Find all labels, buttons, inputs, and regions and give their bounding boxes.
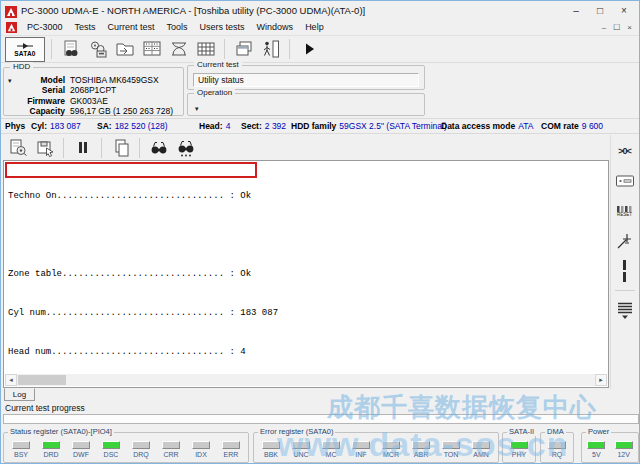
save-report-icon[interactable]: [32, 136, 57, 160]
folder-open-icon[interactable]: [112, 37, 137, 61]
led-err: ERR: [218, 441, 244, 458]
hdd-family-item: HDD family59GSX 2.5" (SATA Terminal): [291, 121, 447, 131]
pause-button[interactable]: [70, 136, 95, 160]
open-utility-icon[interactable]: [58, 37, 83, 61]
led-abr: ABR: [408, 441, 434, 458]
toolbar-separator: [224, 39, 225, 59]
toolbar-separator: [289, 39, 290, 59]
led-12v: 12V: [611, 441, 637, 458]
power-5v-indicator: [587, 441, 605, 449]
data-grid-icon[interactable]: [193, 37, 218, 61]
scrollbar-thumb[interactable]: [18, 375, 66, 385]
led-bsy: BSY: [8, 441, 34, 458]
hdd-dropdown-arrow[interactable]: ▾: [8, 77, 12, 84]
right-toolbar-rail: >0< RESET: [610, 135, 638, 389]
drive-status-icon[interactable]: [613, 170, 637, 192]
inf-indicator: [352, 441, 370, 449]
sata2-label: SATA-II: [507, 427, 536, 436]
log-output-area[interactable]: Techno On...............................…: [3, 160, 609, 388]
play-icon[interactable]: [296, 37, 321, 61]
serial-label: Serial: [18, 85, 70, 95]
led-unc: UNC: [288, 441, 314, 458]
log-line: Techno On...............................…: [8, 190, 606, 203]
led-amn: AMN: [468, 441, 494, 458]
sector-view-icon[interactable]: [139, 37, 164, 61]
log-lines: Techno On...............................…: [8, 164, 606, 373]
toolbar-separator: [139, 138, 140, 158]
menu-users-tests[interactable]: Users tests: [194, 20, 251, 34]
mdi-minimize-button[interactable]: –: [602, 23, 606, 32]
toolbar-separator: [63, 138, 64, 158]
firmware-label: Firmware: [18, 96, 70, 106]
menu-help[interactable]: Help: [299, 20, 330, 34]
hdd-serial-row: Serial2068P1CPT: [18, 85, 181, 95]
firmware-value: GK003AE: [70, 96, 108, 106]
toolbar-separator: [51, 39, 52, 59]
led-5v: 5V: [583, 441, 609, 458]
log-list-icon[interactable]: [613, 299, 637, 321]
reset-icon[interactable]: RESET: [613, 200, 637, 222]
minimize-button[interactable]: –: [565, 3, 587, 18]
menu-tools[interactable]: Tools: [161, 20, 194, 34]
rail-pause-icon[interactable]: [613, 260, 637, 282]
progress-label: Current test progress: [5, 403, 85, 413]
log-line: [8, 229, 606, 242]
copy-window-icon[interactable]: [231, 37, 256, 61]
hdd-capacity-row: Capacity596,17 GB (1 250 263 728): [18, 106, 181, 116]
rail-separator: [615, 290, 635, 291]
unc-indicator: [292, 441, 310, 449]
abr-indicator: [412, 441, 430, 449]
model-value: TOSHIBA MK6459GSX: [70, 75, 159, 85]
menu-pc3000[interactable]: PC-3000: [21, 20, 69, 34]
model-label: Model: [18, 75, 70, 85]
title-bar: PC-3000 UDMA-E - NORTH AMERICA - [Toshib…: [1, 1, 639, 19]
head-item: Head:4: [199, 121, 230, 131]
menu-windows[interactable]: Windows: [251, 20, 300, 34]
defect-merge-icon[interactable]: [166, 37, 191, 61]
dma-group: DMA RQ: [540, 432, 574, 463]
close-button[interactable]: ×: [613, 3, 635, 18]
hdd-group-label: HDD: [10, 62, 33, 71]
power-group: Power 5V 12V: [581, 432, 639, 463]
app-icon: [5, 4, 17, 16]
bsy-indicator: [12, 441, 30, 449]
find-icon[interactable]: [146, 136, 171, 160]
scroll-right-arrow[interactable]: ▸: [595, 374, 607, 386]
led-bbk: BBK: [258, 441, 284, 458]
horizontal-scrollbar[interactable]: ◂ ▸: [5, 374, 607, 386]
crr-indicator: [162, 441, 180, 449]
operation-group: Operation ▾: [187, 93, 425, 116]
operation-dropdown-arrow[interactable]: ▾: [195, 105, 199, 112]
power-terminal-icon[interactable]: [613, 230, 637, 252]
sata2-group: SATA-II PHY: [502, 432, 536, 463]
mdi-restore-button[interactable]: ☐: [613, 23, 620, 32]
maximize-button[interactable]: □: [589, 3, 611, 18]
serial-value: 2068P1CPT: [70, 85, 116, 95]
led-drq: DRQ: [128, 441, 154, 458]
com-rate-item: COM rate9 600: [541, 121, 603, 131]
log-tab[interactable]: Log: [4, 388, 35, 401]
find-next-icon[interactable]: [173, 136, 198, 160]
mdi-close-button[interactable]: ×: [627, 23, 632, 32]
error-register-group: Error register (SATA0) BBK UNC MC INF MC…: [253, 432, 499, 463]
head-park-icon[interactable]: >0<: [613, 140, 637, 162]
app-window: PC-3000 UDMA-E - NORTH AMERICA - [Toshib…: [0, 0, 640, 464]
hdd-model-row: ModelTOSHIBA MK6459GSX: [18, 75, 181, 85]
mc-indicator: [322, 441, 340, 449]
sata0-port-button[interactable]: SATA0: [5, 37, 45, 62]
error-register-label: Error register (SATA0): [258, 427, 335, 436]
sata0-label: SATA0: [14, 50, 35, 57]
exit-icon[interactable]: [258, 37, 283, 61]
copy-icon[interactable]: [108, 136, 133, 160]
scroll-left-arrow[interactable]: ◂: [5, 374, 17, 386]
menu-current-test[interactable]: Current test: [102, 20, 161, 34]
toolbar-separator: [101, 138, 102, 158]
progress-bar: [3, 414, 639, 424]
drq-indicator: [132, 441, 150, 449]
test-settings-icon[interactable]: [85, 37, 110, 61]
script-settings-icon[interactable]: [5, 136, 30, 160]
bbk-indicator: [262, 441, 280, 449]
phys-status-strip: Phys Cyl:183 087 SA:182 520 (128) Head:4…: [1, 118, 639, 134]
menu-tests[interactable]: Tests: [69, 20, 102, 34]
led-mc: MC: [318, 441, 344, 458]
